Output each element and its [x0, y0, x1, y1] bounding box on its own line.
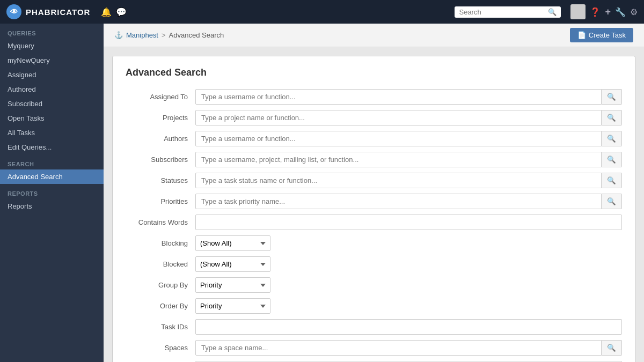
label-subscribers: Subscribers	[126, 156, 195, 164]
breadcrumb-separator: >	[162, 31, 166, 39]
reports-section-label: REPORTS	[0, 184, 104, 199]
create-task-label: Create Task	[589, 31, 626, 39]
search-input[interactable]	[459, 8, 545, 16]
select-blocking[interactable]: (Show All) Yes No	[195, 235, 270, 251]
settings-icon[interactable]: ⚙	[630, 7, 638, 17]
search-btn-priorities[interactable]: 🔍	[602, 194, 622, 209]
input-wrap-order-by: Priority Date Created Date Modified Titl…	[195, 298, 622, 314]
main-content: ⚓ Maniphest > Advanced Search 📄 Create T…	[104, 24, 644, 362]
input-wrap-task-ids	[195, 319, 622, 335]
search-section-label: SEARCH	[0, 154, 104, 169]
sidebar-item-reports[interactable]: Reports	[0, 199, 104, 213]
anchor-icon: ⚓	[114, 31, 123, 39]
select-blocked[interactable]: (Show All) Yes No	[195, 256, 270, 272]
field-assigned-to: Assigned To 🔍	[126, 89, 622, 105]
input-contains-words[interactable]	[195, 215, 622, 230]
sidebar-item-opentasks[interactable]: Open Tasks	[0, 111, 104, 125]
input-wrap-subscribers: 🔍	[195, 152, 622, 167]
breadcrumb-parent-link[interactable]: Maniphest	[126, 31, 158, 39]
input-task-ids[interactable]	[195, 319, 622, 335]
advanced-search-form: Advanced Search Assigned To 🔍 Projects 🔍	[112, 56, 635, 362]
label-contains-words: Contains Words	[126, 218, 195, 226]
label-blocking: Blocking	[126, 239, 195, 247]
label-assigned-to: Assigned To	[126, 93, 195, 101]
input-wrap-group-by: Priority None Assigned To Author	[195, 277, 622, 293]
search-btn-assigned-to[interactable]: 🔍	[602, 89, 622, 105]
search-icon: 🔍	[548, 8, 557, 16]
help-icon[interactable]: ❓	[590, 7, 601, 17]
sidebar-item-assigned[interactable]: Assigned	[0, 68, 104, 82]
select-group-by[interactable]: Priority None Assigned To Author	[195, 277, 270, 293]
search-btn-spaces[interactable]: 🔍	[602, 340, 622, 356]
search-btn-subscribers[interactable]: 🔍	[602, 152, 622, 167]
create-task-button[interactable]: 📄 Create Task	[570, 28, 633, 42]
field-spaces: Spaces 🔍	[126, 340, 622, 356]
field-blocked: Blocked (Show All) Yes No	[126, 256, 622, 272]
search-btn-projects[interactable]: 🔍	[602, 110, 622, 125]
avatar[interactable]	[570, 4, 586, 19]
field-blocking: Blocking (Show All) Yes No	[126, 235, 622, 251]
wrench-icon[interactable]: 🔧	[615, 7, 626, 17]
field-order-by: Order By Priority Date Created Date Modi…	[126, 298, 622, 314]
field-priorities: Priorities 🔍	[126, 194, 622, 209]
input-projects[interactable]	[195, 110, 602, 125]
sidebar-item-alltasks[interactable]: All Tasks	[0, 125, 104, 140]
input-wrap-contains-words	[195, 215, 622, 230]
logo-icon: 👁	[6, 4, 21, 19]
logo-text: PHABRICATOR	[26, 8, 90, 17]
input-wrap-assigned-to: 🔍	[195, 89, 622, 105]
field-subscribers: Subscribers 🔍	[126, 152, 622, 167]
sidebar-item-mynewquery[interactable]: myNewQuery	[0, 53, 104, 68]
field-projects: Projects 🔍	[126, 110, 622, 125]
topnav-icons: 🔔 💬	[101, 7, 127, 17]
sidebar-item-editqueries[interactable]: Edit Queries...	[0, 140, 104, 154]
label-authors: Authors	[126, 135, 195, 143]
input-statuses[interactable]	[195, 173, 602, 188]
field-group-by: Group By Priority None Assigned To Autho…	[126, 277, 622, 293]
breadcrumb-current: Advanced Search	[169, 31, 224, 39]
bell-icon[interactable]: 🔔	[101, 7, 112, 17]
form-title: Advanced Search	[126, 67, 622, 78]
label-statuses: Statuses	[126, 176, 195, 184]
input-spaces[interactable]	[195, 340, 602, 356]
sidebar-item-advanced-search[interactable]: Advanced Search	[0, 169, 104, 184]
create-task-icon: 📄	[577, 31, 586, 39]
label-group-by: Group By	[126, 281, 195, 289]
sidebar-item-subscribed[interactable]: Subscribed	[0, 97, 104, 111]
label-blocked: Blocked	[126, 260, 195, 268]
chat-icon[interactable]: 💬	[116, 7, 127, 17]
sidebar: QUERIES Myquery myNewQuery Assigned Auth…	[0, 24, 104, 362]
logo[interactable]: 👁 PHABRICATOR	[6, 4, 90, 19]
label-spaces: Spaces	[126, 344, 195, 352]
label-task-ids: Task IDs	[126, 323, 195, 331]
input-wrap-blocking: (Show All) Yes No	[195, 235, 622, 251]
layout: QUERIES Myquery myNewQuery Assigned Auth…	[0, 24, 644, 362]
topnav: 👁 PHABRICATOR 🔔 💬 🔍 ❓ + 🔧 ⚙	[0, 0, 644, 24]
field-statuses: Statuses 🔍	[126, 173, 622, 188]
add-icon[interactable]: +	[605, 6, 611, 18]
input-subscribers[interactable]	[195, 152, 602, 167]
label-projects: Projects	[126, 114, 195, 122]
field-contains-words: Contains Words	[126, 215, 622, 230]
breadcrumb-bar: ⚓ Maniphest > Advanced Search 📄 Create T…	[104, 24, 644, 47]
search-btn-authors[interactable]: 🔍	[602, 131, 622, 146]
breadcrumb: ⚓ Maniphest > Advanced Search	[114, 31, 224, 39]
sidebar-item-authored[interactable]: Authored	[0, 82, 104, 97]
input-authors[interactable]	[195, 131, 602, 146]
field-task-ids: Task IDs	[126, 319, 622, 335]
input-wrap-statuses: 🔍	[195, 173, 622, 188]
input-wrap-spaces: 🔍	[195, 340, 622, 356]
select-order-by[interactable]: Priority Date Created Date Modified Titl…	[195, 298, 270, 314]
input-assigned-to[interactable]	[195, 89, 602, 105]
sidebar-item-myquery[interactable]: Myquery	[0, 39, 104, 53]
topnav-right-icons: ❓ + 🔧 ⚙	[570, 4, 638, 19]
field-authors: Authors 🔍	[126, 131, 622, 146]
topnav-search-box: 🔍	[455, 6, 561, 18]
queries-section-label: QUERIES	[0, 24, 104, 39]
search-btn-statuses[interactable]: 🔍	[602, 173, 622, 188]
label-priorities: Priorities	[126, 197, 195, 205]
input-wrap-priorities: 🔍	[195, 194, 622, 209]
input-priorities[interactable]	[195, 194, 602, 209]
input-wrap-blocked: (Show All) Yes No	[195, 256, 622, 272]
input-wrap-projects: 🔍	[195, 110, 622, 125]
